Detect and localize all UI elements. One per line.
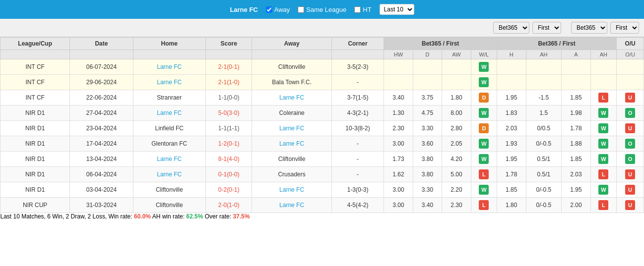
wl-badge: W: [479, 108, 489, 118]
wl-cell: L: [471, 167, 497, 182]
sub-ah2: AH: [590, 50, 616, 59]
table-row: NIR D127-04-2024Larne FC5-0(3-0)Colerain…: [0, 106, 644, 121]
table-row: NIR D113-04-2024Larne FC8-1(4-0)Cliftonv…: [0, 152, 644, 167]
away-cell: Bala Town F.C.: [252, 75, 332, 90]
home-link[interactable]: Larne FC: [157, 63, 182, 70]
aw-cell: 4.20: [442, 152, 471, 167]
a-cell: 1.85: [562, 152, 590, 167]
league-cell: INT CF: [0, 59, 70, 75]
home-cell[interactable]: Larne FC: [133, 59, 205, 75]
a-cell: 2.00: [562, 198, 590, 213]
away-link[interactable]: Larne FC: [279, 186, 304, 193]
wl-cell: L: [471, 198, 497, 213]
d-cell: [413, 59, 442, 75]
aw-cell: [442, 59, 471, 75]
ht-checkbox-label[interactable]: HT: [354, 6, 371, 13]
home-cell[interactable]: Larne FC: [133, 152, 205, 167]
corner-cell: -: [331, 152, 384, 167]
ou-cell: O: [617, 106, 644, 121]
home-cell[interactable]: Larne FC: [133, 106, 205, 121]
d-cell: 3.80: [413, 167, 442, 182]
away-link[interactable]: Larne FC: [279, 202, 304, 209]
ah2-cell: W: [590, 121, 616, 136]
date-cell: 22-06-2024: [70, 90, 133, 106]
last-select[interactable]: Last 10 Last 20 Last 30: [380, 4, 414, 15]
sub-away: [252, 50, 332, 59]
ht-checkbox[interactable]: [354, 6, 361, 13]
hw-cell: [384, 75, 413, 90]
type1-select[interactable]: First FT: [532, 22, 561, 34]
table-row: NIR D117-04-2024Glentoran FC1-2(0-1)Larn…: [0, 136, 644, 152]
same-league-checkbox[interactable]: [298, 6, 304, 13]
header-bar: Larne FC Away Same League HT Last 10 Las…: [0, 0, 644, 19]
hw-cell: 1.30: [384, 106, 413, 121]
league-cell: NIR CUP: [0, 198, 70, 213]
date-cell: 27-04-2024: [70, 106, 133, 121]
home-cell[interactable]: Larne FC: [133, 167, 205, 182]
away-link[interactable]: Larne FC: [279, 125, 304, 132]
type2-select[interactable]: First FT: [610, 22, 639, 34]
home-link[interactable]: Larne FC: [157, 171, 182, 178]
sub-wl: W/L: [471, 50, 497, 59]
control-group-1: Bet365 1xBet First FT: [493, 22, 561, 34]
away-cell[interactable]: Larne FC: [252, 182, 332, 198]
aw-cell: 8.00: [442, 106, 471, 121]
col-corner: Corner: [331, 38, 384, 50]
corner-cell: 1-3(0-3): [331, 182, 384, 198]
sub-score: [205, 50, 252, 59]
col-group-odds1: Bet365 / First: [384, 38, 497, 50]
bookmaker1-select[interactable]: Bet365 1xBet: [493, 22, 529, 34]
same-league-checkbox-label[interactable]: Same League: [298, 6, 346, 13]
over-rate: 37.5%: [233, 213, 250, 220]
ah2-badge: W: [598, 108, 608, 118]
ou-cell: U: [617, 182, 644, 198]
d-cell: 3.75: [413, 90, 442, 106]
ou-cell: U: [617, 167, 644, 182]
home-cell[interactable]: Larne FC: [133, 75, 205, 90]
hw-cell: 1.73: [384, 152, 413, 167]
score-cell: 1-1(0-0): [205, 90, 252, 106]
a-cell: 1.95: [562, 182, 590, 198]
league-cell: INT CF: [0, 90, 70, 106]
ou-badge: U: [625, 200, 635, 210]
aw-cell: 5.00: [442, 167, 471, 182]
wl-cell: W: [471, 59, 497, 75]
away-link[interactable]: Larne FC: [279, 94, 304, 101]
league-cell: NIR D1: [0, 182, 70, 198]
corner-cell: -: [331, 167, 384, 182]
away-cell[interactable]: Larne FC: [252, 198, 332, 213]
corner-cell: 4-5(4-2): [331, 198, 384, 213]
h-cell: 1.85: [497, 182, 526, 198]
home-link[interactable]: Larne FC: [157, 109, 182, 116]
sub-d: D: [413, 50, 442, 59]
ou-cell: U: [617, 198, 644, 213]
away-link[interactable]: Larne FC: [279, 140, 304, 147]
aw-cell: 1.80: [442, 90, 471, 106]
away-checkbox-label[interactable]: Away: [266, 6, 290, 13]
wl-badge: D: [479, 123, 489, 133]
ah1-cell: 0/-0.5: [526, 198, 562, 213]
ah2-cell: W: [590, 106, 616, 121]
sub-corner: [331, 50, 384, 59]
sub-ah1: AH: [526, 50, 562, 59]
ah-text: AH win rate:: [152, 213, 185, 220]
ah1-cell: -1.5: [526, 90, 562, 106]
ou-badge: O: [625, 154, 635, 164]
bookmaker2-select[interactable]: Bet365 1xBet: [571, 22, 607, 34]
score-cell: 5-0(3-0): [205, 106, 252, 121]
table-row: NIR D103-04-2024Cliftonville0-2(0-1)Larn…: [0, 182, 644, 198]
h-cell: [497, 59, 526, 75]
home-link[interactable]: Larne FC: [157, 156, 182, 162]
d-cell: 3.60: [413, 136, 442, 152]
ah2-badge: L: [598, 93, 608, 103]
away-cell[interactable]: Larne FC: [252, 136, 332, 152]
col-headers-row: League/Cup Date Home Score Away Corner B…: [0, 38, 644, 50]
col-ou: O/U: [617, 38, 644, 50]
away-checkbox[interactable]: [266, 6, 272, 13]
wl-badge: W: [479, 185, 489, 195]
away-cell[interactable]: Larne FC: [252, 121, 332, 136]
away-cell[interactable]: Larne FC: [252, 90, 332, 106]
home-link[interactable]: Larne FC: [157, 79, 182, 86]
league-cell: NIR D1: [0, 152, 70, 167]
col-score: Score: [205, 38, 252, 50]
